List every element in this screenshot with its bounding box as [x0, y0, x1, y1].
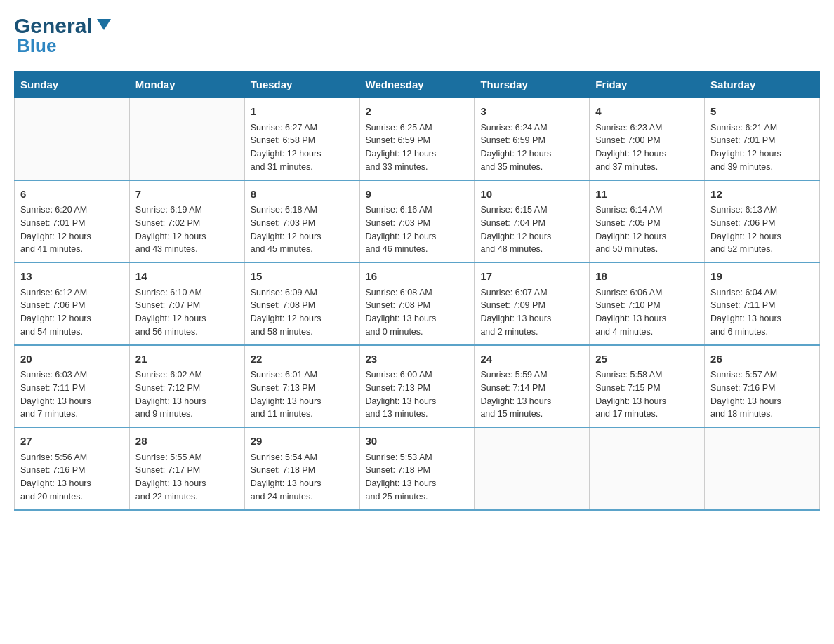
day-number: 28: [135, 434, 239, 450]
day-info: Sunrise: 5:54 AM Sunset: 7:18 PM Dayligh…: [251, 451, 354, 504]
day-info: Sunrise: 6:08 AM Sunset: 7:08 PM Dayligh…: [366, 286, 469, 339]
day-info: Sunrise: 5:58 AM Sunset: 7:15 PM Dayligh…: [595, 368, 699, 421]
page-header: General Blue: [14, 14, 820, 57]
weekday-header-thursday: Thursday: [475, 72, 590, 98]
day-number: 21: [135, 351, 239, 368]
day-info: Sunrise: 6:21 AM Sunset: 7:01 PM Dayligh…: [710, 121, 814, 174]
day-number: 1: [251, 104, 354, 120]
calendar-cell: 12Sunrise: 6:13 AM Sunset: 7:06 PM Dayli…: [705, 180, 820, 263]
calendar-cell: 14Sunrise: 6:10 AM Sunset: 7:07 PM Dayli…: [129, 262, 244, 345]
calendar-cell: 2Sunrise: 6:25 AM Sunset: 6:59 PM Daylig…: [359, 98, 475, 180]
day-info: Sunrise: 5:57 AM Sunset: 7:16 PM Dayligh…: [710, 368, 814, 421]
day-info: Sunrise: 6:00 AM Sunset: 7:13 PM Dayligh…: [366, 368, 469, 421]
day-number: 29: [251, 434, 354, 450]
day-number: 14: [135, 269, 239, 285]
calendar-cell: 1Sunrise: 6:27 AM Sunset: 6:58 PM Daylig…: [244, 98, 359, 180]
day-number: 4: [595, 104, 699, 120]
calendar-cell: 10Sunrise: 6:15 AM Sunset: 7:04 PM Dayli…: [475, 180, 590, 263]
calendar-cell: 26Sunrise: 5:57 AM Sunset: 7:16 PM Dayli…: [705, 345, 820, 428]
day-number: 17: [480, 269, 583, 285]
day-info: Sunrise: 6:27 AM Sunset: 6:58 PM Dayligh…: [251, 121, 354, 174]
day-info: Sunrise: 6:09 AM Sunset: 7:08 PM Dayligh…: [251, 286, 354, 339]
weekday-header-sunday: Sunday: [15, 72, 130, 98]
day-number: 30: [366, 434, 469, 450]
weekday-header-monday: Monday: [129, 72, 244, 98]
calendar-cell: 23Sunrise: 6:00 AM Sunset: 7:13 PM Dayli…: [359, 345, 475, 428]
day-number: 22: [251, 351, 354, 368]
calendar-cell: 21Sunrise: 6:02 AM Sunset: 7:12 PM Dayli…: [129, 345, 244, 428]
day-info: Sunrise: 6:01 AM Sunset: 7:13 PM Dayligh…: [251, 368, 354, 421]
day-number: 9: [366, 187, 469, 203]
day-number: 6: [20, 187, 124, 203]
day-number: 26: [710, 351, 814, 368]
calendar-week-row: 6Sunrise: 6:20 AM Sunset: 7:01 PM Daylig…: [15, 180, 820, 263]
day-info: Sunrise: 6:10 AM Sunset: 7:07 PM Dayligh…: [135, 286, 239, 339]
calendar-cell: 4Sunrise: 6:23 AM Sunset: 7:00 PM Daylig…: [590, 98, 705, 180]
logo: General Blue: [14, 14, 114, 57]
calendar-cell: 29Sunrise: 5:54 AM Sunset: 7:18 PM Dayli…: [244, 427, 359, 510]
calendar-cell: 11Sunrise: 6:14 AM Sunset: 7:05 PM Dayli…: [590, 180, 705, 263]
calendar-body: 1Sunrise: 6:27 AM Sunset: 6:58 PM Daylig…: [15, 98, 820, 510]
svg-marker-0: [97, 19, 111, 30]
day-info: Sunrise: 5:59 AM Sunset: 7:14 PM Dayligh…: [480, 368, 583, 421]
day-info: Sunrise: 5:53 AM Sunset: 7:18 PM Dayligh…: [366, 451, 469, 504]
day-number: 18: [595, 269, 699, 285]
logo-general: General: [14, 14, 93, 38]
calendar-table: SundayMondayTuesdayWednesdayThursdayFrid…: [14, 71, 820, 511]
day-number: 3: [480, 104, 583, 120]
weekday-header-row: SundayMondayTuesdayWednesdayThursdayFrid…: [15, 72, 820, 98]
day-number: 2: [366, 104, 469, 120]
calendar-cell: 24Sunrise: 5:59 AM Sunset: 7:14 PM Dayli…: [475, 345, 590, 428]
day-info: Sunrise: 6:19 AM Sunset: 7:02 PM Dayligh…: [135, 203, 239, 256]
calendar-cell: 9Sunrise: 6:16 AM Sunset: 7:03 PM Daylig…: [359, 180, 475, 263]
day-info: Sunrise: 6:18 AM Sunset: 7:03 PM Dayligh…: [251, 203, 354, 256]
calendar-cell: [590, 427, 705, 510]
day-number: 27: [20, 434, 124, 450]
calendar-cell: 25Sunrise: 5:58 AM Sunset: 7:15 PM Dayli…: [590, 345, 705, 428]
calendar-cell: 6Sunrise: 6:20 AM Sunset: 7:01 PM Daylig…: [15, 180, 130, 263]
calendar-cell: 17Sunrise: 6:07 AM Sunset: 7:09 PM Dayli…: [475, 262, 590, 345]
day-info: Sunrise: 6:15 AM Sunset: 7:04 PM Dayligh…: [480, 203, 583, 256]
day-info: Sunrise: 6:24 AM Sunset: 6:59 PM Dayligh…: [480, 121, 583, 174]
weekday-header-saturday: Saturday: [705, 72, 820, 98]
calendar-header: SundayMondayTuesdayWednesdayThursdayFrid…: [15, 72, 820, 98]
day-number: 8: [251, 187, 354, 203]
logo-triangle-icon: [94, 15, 114, 34]
day-info: Sunrise: 6:25 AM Sunset: 6:59 PM Dayligh…: [366, 121, 469, 174]
day-info: Sunrise: 6:14 AM Sunset: 7:05 PM Dayligh…: [595, 203, 699, 256]
day-info: Sunrise: 6:02 AM Sunset: 7:12 PM Dayligh…: [135, 368, 239, 421]
day-number: 15: [251, 269, 354, 285]
calendar-week-row: 1Sunrise: 6:27 AM Sunset: 6:58 PM Daylig…: [15, 98, 820, 180]
calendar-cell: 15Sunrise: 6:09 AM Sunset: 7:08 PM Dayli…: [244, 262, 359, 345]
logo-blue: Blue: [17, 35, 56, 57]
day-number: 16: [366, 269, 469, 285]
calendar-cell: 3Sunrise: 6:24 AM Sunset: 6:59 PM Daylig…: [475, 98, 590, 180]
day-info: Sunrise: 6:07 AM Sunset: 7:09 PM Dayligh…: [480, 286, 583, 339]
day-number: 19: [710, 269, 814, 285]
day-info: Sunrise: 6:13 AM Sunset: 7:06 PM Dayligh…: [710, 203, 814, 256]
calendar-week-row: 13Sunrise: 6:12 AM Sunset: 7:06 PM Dayli…: [15, 262, 820, 345]
day-info: Sunrise: 6:04 AM Sunset: 7:11 PM Dayligh…: [710, 286, 814, 339]
weekday-header-tuesday: Tuesday: [244, 72, 359, 98]
calendar-week-row: 27Sunrise: 5:56 AM Sunset: 7:16 PM Dayli…: [15, 427, 820, 510]
weekday-header-wednesday: Wednesday: [359, 72, 475, 98]
day-info: Sunrise: 6:16 AM Sunset: 7:03 PM Dayligh…: [366, 203, 469, 256]
calendar-cell: 16Sunrise: 6:08 AM Sunset: 7:08 PM Dayli…: [359, 262, 475, 345]
calendar-cell: 18Sunrise: 6:06 AM Sunset: 7:10 PM Dayli…: [590, 262, 705, 345]
calendar-cell: 22Sunrise: 6:01 AM Sunset: 7:13 PM Dayli…: [244, 345, 359, 428]
calendar-cell: [705, 427, 820, 510]
calendar-cell: 8Sunrise: 6:18 AM Sunset: 7:03 PM Daylig…: [244, 180, 359, 263]
day-info: Sunrise: 6:20 AM Sunset: 7:01 PM Dayligh…: [20, 203, 124, 256]
day-info: Sunrise: 6:12 AM Sunset: 7:06 PM Dayligh…: [20, 286, 124, 339]
day-number: 12: [710, 187, 814, 203]
calendar-week-row: 20Sunrise: 6:03 AM Sunset: 7:11 PM Dayli…: [15, 345, 820, 428]
day-number: 20: [20, 351, 124, 368]
day-number: 11: [595, 187, 699, 203]
day-number: 23: [366, 351, 469, 368]
day-info: Sunrise: 6:23 AM Sunset: 7:00 PM Dayligh…: [595, 121, 699, 174]
day-number: 13: [20, 269, 124, 285]
day-info: Sunrise: 6:03 AM Sunset: 7:11 PM Dayligh…: [20, 368, 124, 421]
day-number: 24: [480, 351, 583, 368]
calendar-cell: 30Sunrise: 5:53 AM Sunset: 7:18 PM Dayli…: [359, 427, 475, 510]
day-number: 10: [480, 187, 583, 203]
